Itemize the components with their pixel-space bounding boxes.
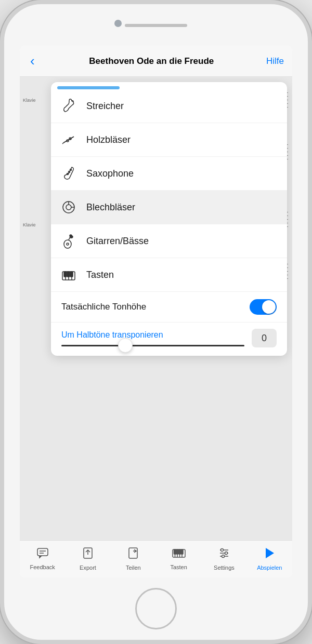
phone-frame: ‹ Beethoven Ode an die Freude Hilfe Klav… [0,0,312,644]
settings-icon [218,547,230,562]
staff-label-1: Klavie [23,98,36,103]
tasten-icon [172,547,186,562]
dropdown-item-gitarren[interactable]: Gitarren/Bässe [51,224,287,258]
sheet-music-area: Klavie Klavie [20,77,292,540]
tab-abspielen[interactable]: Abspielen [247,547,292,571]
power-button [309,108,311,139]
navigation-bar: ‹ Beethoven Ode an die Freude Hilfe [20,46,292,77]
tab-export-label: Export [80,565,96,571]
teilen-icon [127,547,139,562]
export-icon [82,547,94,562]
toggle-label: Tatsächliche Tonhöhe [61,302,146,312]
tab-teilen-label: Teilen [126,565,141,571]
guitar-icon [59,232,78,250]
dropdown-label-holzbläser: Holzbläser [86,135,131,145]
svg-point-17 [70,235,72,237]
back-button[interactable]: ‹ [28,53,37,69]
dropdown-item-saxophone[interactable]: Saxophone [51,157,287,191]
dropdown-label-saxophone: Saxophone [86,168,134,179]
svg-rect-37 [174,549,176,554]
dropdown-label-streicher: Streicher [86,101,124,112]
svg-marker-47 [266,548,274,558]
tab-tasten-label: Tasten [170,564,187,570]
slider-thumb[interactable] [118,338,133,353]
dropdown-item-streicher[interactable]: Streicher [51,89,287,123]
svg-rect-39 [178,549,180,554]
dropdown-item-blechbläser[interactable]: Blechbläser [51,191,287,224]
svg-rect-23 [67,272,70,277]
dropdown-label-gitarren: Gitarren/Bässe [86,236,149,247]
tab-tasten[interactable]: Tasten [156,547,201,570]
slider-track[interactable] [61,345,244,346]
tab-settings[interactable]: Settings [201,547,246,571]
slider-section: Um Halbtöne transponieren 0 [51,323,287,356]
volume-up-button [1,98,3,124]
screen: ‹ Beethoven Ode an die Freude Hilfe Klav… [20,46,292,578]
svg-rect-38 [176,549,178,554]
tab-teilen[interactable]: Teilen [111,547,156,571]
violin-icon [59,97,78,115]
tab-feedback[interactable]: Feedback [20,547,65,570]
tab-export[interactable]: Export [65,547,110,571]
svg-point-44 [220,548,223,551]
saxophone-icon [59,164,78,183]
toggle-knob [262,300,276,314]
tab-settings-label: Settings [214,565,235,571]
tab-abspielen-label: Abspielen [257,565,282,571]
dropdown-item-holzbläser[interactable]: Holzbläser [51,123,287,157]
instrument-dropdown: Streicher Holzbläser [51,82,287,356]
phone-speaker [125,24,187,27]
toggle-row: Tatsächliche Tonhöhe [51,292,287,323]
svg-line-4 [62,143,63,144]
svg-point-46 [222,555,224,557]
volume-down-button [1,131,3,157]
page-title: Beethoven Ode an die Freude [37,56,266,66]
svg-rect-40 [181,549,183,554]
home-button[interactable] [135,588,177,629]
svg-rect-24 [70,272,73,277]
staff-label-2: Klavie [23,222,36,227]
tab-feedback-label: Feedback [30,564,55,570]
slider-value: 0 [252,329,277,347]
help-button[interactable]: Hilfe [266,56,284,66]
svg-line-1 [63,137,74,143]
svg-point-14 [67,243,69,245]
svg-point-45 [225,552,227,554]
slider-container: Um Halbtöne transponieren [61,330,244,346]
flute-icon [59,130,78,149]
dropdown-item-tasten[interactable]: Tasten [51,258,287,292]
trumpet-icon [59,198,78,217]
piano-keys-icon [59,265,78,284]
phone-camera [114,20,122,27]
svg-rect-30 [129,548,137,558]
slider-title: Um Halbtöne transponieren [61,330,244,340]
svg-point-12 [64,240,71,248]
toggle-switch[interactable] [250,299,277,315]
dropdown-label-tasten: Tasten [86,270,114,280]
svg-point-9 [66,205,71,210]
svg-rect-22 [64,272,67,277]
feedback-icon [36,547,49,562]
abspielen-icon [264,547,275,562]
svg-rect-25 [37,548,48,556]
tab-bar: Feedback Export [20,540,292,578]
dropdown-label-blechbläser: Blechbläser [86,202,135,213]
